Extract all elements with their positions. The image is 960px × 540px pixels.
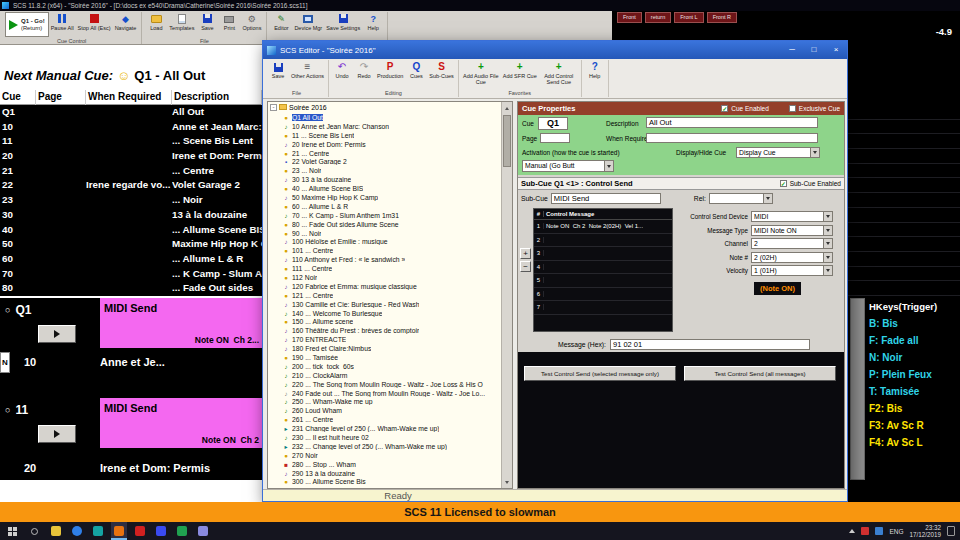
tree-item[interactable]: ♪220 ... The Song from Moulin Rouge - Wa… [268,380,500,389]
cue-table-row[interactable]: 60... Allume L & R [0,252,262,267]
playback-cue-20-number[interactable]: 20 [24,458,36,479]
editor-titlebar[interactable]: SCS Editor - "Soirée 2016" ─ □ × [263,41,847,59]
tree-item[interactable]: ●80 ... Fade Out sides Allume Scene [268,220,500,229]
tree-item[interactable]: ♪70 ... K Camp - Slum Anthem 1m31 [268,211,500,220]
minimize-button[interactable]: ─ [781,41,803,59]
cue-enabled-checkbox[interactable]: ✓ [721,105,728,112]
load-button[interactable]: Load [145,12,167,37]
tree-item[interactable]: ■280 ... Stop ... Wham [268,460,500,469]
device-mgr-button[interactable]: Device Mgr [292,12,324,37]
tree-item[interactable]: ●23 ... Noir [268,166,500,175]
playback-cue-10-number[interactable]: 10 [24,352,36,373]
taskbar-app-icon[interactable] [90,522,106,540]
tree-item[interactable]: ♪50 Maxime Hip Hop K Camp [268,193,500,202]
test-selected-button[interactable]: Test Control Send (selected message only… [524,366,676,381]
hkey-item[interactable]: N: Noir [869,349,959,366]
add-message-button[interactable]: + [520,248,531,259]
tree-item[interactable]: ●300 ... Allume Scene Bis [268,478,500,487]
message-hex-field[interactable]: 91 02 01 [610,339,810,350]
tray-expand-icon[interactable] [849,529,855,533]
description-field[interactable]: All Out [646,117,818,128]
go-button[interactable]: Q1 - Go! (Return) [5,12,49,37]
exclusive-cue-checkbox[interactable] [789,105,796,112]
tree-item[interactable]: ●190 ... Tamisée [268,353,500,362]
taskbar-app-icon[interactable] [48,522,64,540]
test-all-button[interactable]: Test Control Send (all messages) [684,366,836,381]
control-message-row[interactable]: 1Note ON Ch 2 Note 2(02H) Vel 1... [534,220,672,234]
control-message-list[interactable]: # Control Message 1Note ON Ch 2 Note 2(0… [533,208,673,332]
subcue-name-field[interactable]: MIDI Send [551,193,661,204]
scroll-down-icon[interactable] [502,477,512,487]
hkey-item[interactable]: B: Bis [869,315,959,332]
column-header-when-required[interactable]: When Required [86,90,172,105]
control-message-row[interactable]: 3 [534,247,672,261]
playback-q1-subcue[interactable]: MIDI Send Note ON Ch 2... [100,298,262,348]
taskbar-app-icon[interactable] [69,522,85,540]
rel-select[interactable] [709,193,773,204]
activation-select[interactable]: Manual (Go Butt [522,160,614,172]
field-select[interactable]: 1 (01H) [751,265,833,276]
control-message-row[interactable]: 7 [534,301,672,315]
print-button[interactable]: Print [218,12,240,37]
field-select[interactable]: MIDI Note ON [751,225,833,236]
tree-item[interactable]: ♪10 Anne et Jean Marc: Chanson [268,122,500,131]
tree-item[interactable]: ♪20 Irene et Dom: Permis [268,140,500,149]
cue-id-field[interactable]: Q1 [538,117,568,130]
monitor-button[interactable]: return [645,12,671,23]
language-indicator[interactable]: ENG [889,528,903,535]
tree-item[interactable]: ♪240 Fade out ... The Song from Moulin R… [268,389,500,398]
cue-table-row[interactable]: 11... Scene Bis Lent [0,134,262,149]
pause-all-button[interactable]: Pause All [49,12,76,37]
editor-button[interactable]: ✎ Editor [270,12,292,37]
column-header-page[interactable]: Page [36,90,86,105]
navigate-button[interactable]: ◆ Navigate [113,12,139,37]
tree-scrollbar[interactable] [501,102,512,488]
monitor-button[interactable]: Front R [707,12,737,23]
tree-item[interactable]: ♪130 Camille et Cie: Burlesque - Red Was… [268,300,500,309]
taskbar-clock[interactable]: 23:32 17/12/2019 [909,524,941,539]
search-button[interactable] [24,528,44,535]
cue-table-row[interactable]: 22Irene regarde vo...Volet Garage 2 [0,178,262,193]
notification-center-icon[interactable] [947,526,955,536]
cue-table-row[interactable]: 70... K Camp - Slum Anthem [0,267,262,282]
save-button[interactable]: Save [196,12,218,37]
tray-app-icon[interactable] [875,527,883,535]
cue-table-row[interactable]: 80... Fade Out sides [0,281,262,296]
monitor-button[interactable]: Front [617,12,642,23]
field-select[interactable]: MIDI [751,211,833,222]
playback-cue-q1[interactable]: ○ Q1 [0,298,100,322]
monitor-button[interactable]: Front L [674,12,703,23]
tree-scrollbar-thumb[interactable] [503,115,511,167]
taskbar-app-icon[interactable] [153,522,169,540]
tree-item[interactable]: ●Q1 All Out [268,113,500,122]
tree-item[interactable]: ♪110 Anthony et Fred : « le sandwich » [268,255,500,264]
taskbar-app-icon[interactable] [174,522,190,540]
cue-table-row[interactable]: 3013 à la douzaine [0,208,262,223]
tree-item[interactable]: ♪230 ... Il est huit heure 02 [268,433,500,442]
save-settings-button[interactable]: Save Settings [324,12,362,37]
tree-item[interactable]: ●21 ... Centre [268,149,500,158]
hkey-item[interactable]: F4: Av Sc L [869,434,959,451]
cue-table-row[interactable]: 20Irene et Dom: Permis [0,149,262,164]
hkey-item[interactable]: F2: Bis [869,400,959,417]
control-message-row[interactable]: 5 [534,274,672,288]
hkey-item[interactable]: F3: Av Sc R [869,417,959,434]
taskbar-app-icon[interactable] [195,522,211,540]
tree-item[interactable]: ●112 Noir [268,273,500,282]
cue-table-row[interactable]: 23... Noir [0,193,262,208]
tree-root-row[interactable]: - Soirée 2016 [268,102,512,112]
tree-item[interactable]: ●270 Noir [268,451,500,460]
close-button[interactable]: × [825,41,847,59]
tree-item[interactable]: ♪290 13 à la douzaine [268,469,500,478]
taskbar-app-icon-active[interactable] [111,522,127,540]
tree-item[interactable]: ♪200 ... tick_tock_60s [268,362,500,371]
cue-table-row[interactable]: 40... Allume Scene BIS [0,223,262,238]
templates-button[interactable]: Templates [167,12,196,37]
tree-item[interactable]: ♪210 ... ClockAlarm [268,371,500,380]
playback-q1-go-button[interactable] [38,325,76,343]
column-header-description[interactable]: Description [172,90,262,105]
maximize-button[interactable]: □ [803,41,825,59]
column-header-cue[interactable]: Cue [0,90,36,105]
tree-item[interactable]: ●121 ... Centre [268,291,500,300]
tree-item[interactable]: ●150 ... Allume scene [268,317,500,326]
